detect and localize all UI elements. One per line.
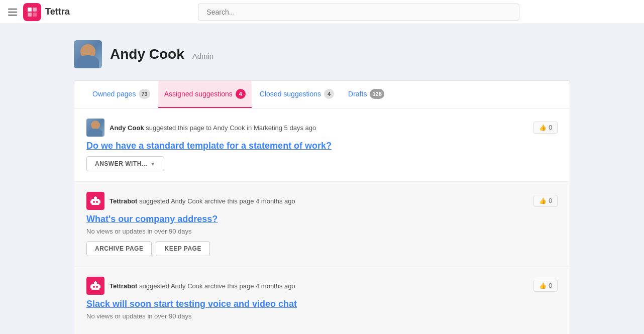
- thumbs-up-icon-2: 👍: [539, 197, 547, 204]
- main-content: Andy Cook Admin Owned pages 73 Assigned …: [66, 24, 578, 334]
- tab-owned-pages[interactable]: Owned pages 73: [86, 81, 156, 108]
- tab-owned-label: Owned pages: [92, 90, 136, 98]
- svg-rect-8: [95, 196, 96, 198]
- svg-rect-3: [33, 13, 37, 17]
- suggestion-actions-1: ANSWER WITH... ▼: [86, 156, 558, 171]
- svg-point-13: [96, 286, 98, 288]
- tab-drafts[interactable]: Drafts 128: [342, 81, 390, 108]
- suggestion-item: Tettrabot suggested Andy Cook archive th…: [74, 182, 570, 267]
- thumbs-up-icon-3: 👍: [539, 282, 547, 289]
- answer-with-button[interactable]: ANSWER WITH... ▼: [86, 156, 164, 171]
- tab-assigned-label: Assigned suggestions: [164, 90, 233, 98]
- search-container: [198, 4, 519, 21]
- answer-with-label: ANSWER WITH...: [95, 160, 147, 167]
- meta-text-3: suggested Andy Cook archive this page 4 …: [139, 282, 295, 290]
- app-name: Tettra: [45, 7, 70, 17]
- suggestion-meta-3: Tettrabot suggested Andy Cook archive th…: [110, 282, 295, 290]
- suggestion-avatar-3: [86, 277, 104, 295]
- svg-rect-2: [28, 13, 32, 17]
- profile-name: Andy Cook: [110, 46, 184, 62]
- suggestion-meta-2: Tettrabot suggested Andy Cook archive th…: [110, 197, 295, 205]
- thumbs-up-button-1[interactable]: 👍 0: [533, 122, 558, 134]
- profile-info: Andy Cook Admin: [110, 46, 213, 62]
- thumbs-up-button-3[interactable]: 👍 0: [533, 280, 558, 292]
- thumbs-count-3: 0: [549, 282, 552, 289]
- svg-point-6: [96, 201, 98, 203]
- suggestion-meta-1: Andy Cook suggested this page to Andy Co…: [110, 124, 316, 132]
- actor-name-2: Tettrabot: [110, 197, 137, 205]
- suggestion-item: Andy Cook suggested this page to Andy Co…: [74, 108, 570, 182]
- svg-rect-9: [90, 200, 91, 203]
- tabs-panel: Owned pages 73 Assigned suggestions 4 Cl…: [74, 80, 570, 334]
- archive-page-button-2[interactable]: ARCHIVE PAGE: [86, 241, 152, 256]
- avatar: [74, 40, 102, 68]
- tab-closed-badge: 4: [324, 89, 334, 99]
- meta-text-2: suggested Andy Cook archive this page 4 …: [139, 197, 295, 205]
- suggestion-header-left: Tettrabot suggested Andy Cook archive th…: [86, 277, 295, 295]
- actor-name-3: Tettrabot: [110, 282, 137, 290]
- suggestion-title-1[interactable]: Do we have a standard template for a sta…: [86, 141, 558, 151]
- tab-assigned-badge: 4: [236, 89, 246, 99]
- thumbs-up-button-2[interactable]: 👍 0: [533, 195, 558, 207]
- suggestion-actions-2: ARCHIVE PAGE KEEP PAGE: [86, 241, 558, 256]
- suggestion-title-2[interactable]: What's our company address?: [86, 214, 558, 225]
- app-header: Tettra: [0, 0, 644, 24]
- thumbs-count-1: 0: [549, 124, 552, 131]
- svg-rect-16: [90, 285, 91, 288]
- svg-point-5: [93, 201, 95, 203]
- svg-rect-1: [33, 8, 37, 12]
- suggestion-header: Tettrabot suggested Andy Cook archive th…: [86, 192, 558, 210]
- svg-rect-4: [91, 199, 99, 205]
- profile-role: Admin: [192, 52, 214, 60]
- suggestion-avatar-1: [86, 119, 104, 137]
- thumbs-count-2: 0: [549, 197, 552, 204]
- search-input[interactable]: [198, 4, 519, 21]
- profile-section: Andy Cook Admin: [74, 40, 570, 68]
- logo-link[interactable]: Tettra: [23, 3, 70, 21]
- suggestion-item: Tettrabot suggested Andy Cook archive th…: [74, 267, 570, 334]
- tabs-header: Owned pages 73 Assigned suggestions 4 Cl…: [74, 81, 570, 108]
- tab-drafts-badge: 128: [370, 89, 384, 99]
- svg-rect-17: [99, 285, 100, 288]
- suggestion-title-3[interactable]: Slack will soon start testing voice and …: [86, 299, 558, 309]
- tab-closed-suggestions[interactable]: Closed suggestions 4: [254, 81, 340, 108]
- suggestion-avatar-2: [86, 192, 104, 210]
- tab-owned-badge: 73: [139, 89, 150, 99]
- logo-icon: [23, 3, 41, 21]
- suggestion-header-left: Tettrabot suggested Andy Cook archive th…: [86, 192, 295, 210]
- svg-point-12: [93, 286, 95, 288]
- suggestion-header-left: Andy Cook suggested this page to Andy Co…: [86, 119, 316, 137]
- tab-drafts-label: Drafts: [348, 90, 367, 98]
- menu-icon[interactable]: [8, 9, 17, 16]
- suggestion-note-2: No views or updates in over 90 days: [86, 228, 558, 235]
- keep-page-button-2[interactable]: KEEP PAGE: [156, 241, 209, 256]
- actor-name-1: Andy Cook: [110, 124, 144, 132]
- chevron-down-icon: ▼: [150, 161, 155, 167]
- meta-text-1: suggested this page to Andy Cook in Mark…: [146, 124, 316, 132]
- svg-rect-15: [95, 281, 96, 283]
- svg-rect-11: [91, 284, 99, 290]
- svg-rect-10: [99, 200, 100, 203]
- suggestion-note-3: No views or updates in over 90 days: [86, 312, 558, 320]
- svg-rect-0: [28, 8, 32, 12]
- thumbs-up-icon-1: 👍: [539, 124, 547, 131]
- suggestion-header: Andy Cook suggested this page to Andy Co…: [86, 119, 558, 137]
- suggestion-header: Tettrabot suggested Andy Cook archive th…: [86, 277, 558, 295]
- tab-closed-label: Closed suggestions: [260, 90, 321, 98]
- tab-assigned-suggestions[interactable]: Assigned suggestions 4: [158, 81, 252, 108]
